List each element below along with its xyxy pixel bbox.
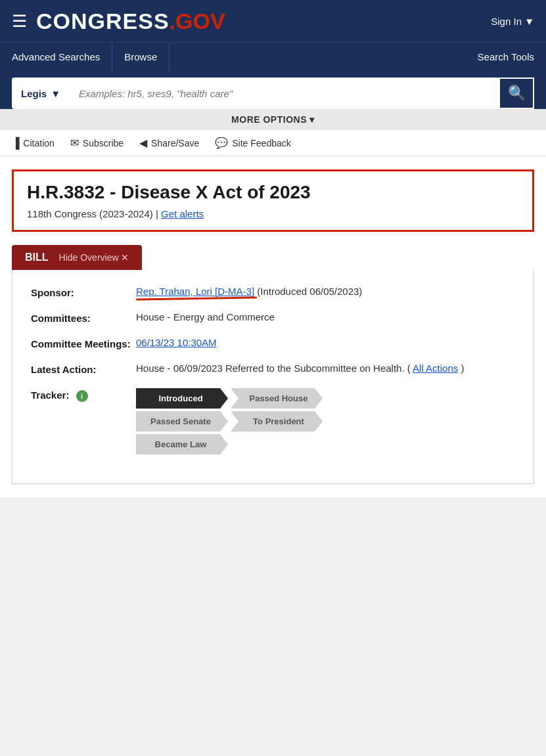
tracker-row-1: Introduced Passed House [136, 388, 515, 409]
tracker-row-2: Passed Senate To President [136, 411, 515, 432]
nav-bar: Advanced Searches Browse Search Tools [0, 42, 546, 71]
committees-value: House - Energy and Commerce [136, 311, 515, 322]
sponsor-link[interactable]: Rep. Trahan, Lori [D-MA-3] [136, 286, 254, 297]
citation-button[interactable]: ▐ Citation [12, 137, 55, 149]
logo: CONGRESS.GOV [36, 9, 491, 34]
sponsor-name-wrapper: Rep. Trahan, Lori [D-MA-3] [136, 286, 257, 297]
hide-overview-button[interactable]: Hide Overview ✕ [59, 252, 129, 263]
bill-subtitle: 118th Congress (2023-2024) | Get alerts [27, 208, 519, 219]
tracker-step-to-president: To President [231, 411, 323, 432]
tracker-step-passed-senate: Passed Senate [136, 411, 228, 432]
logo-dot: . [170, 9, 175, 34]
search-area: Legis ▼ 🔍 [0, 71, 546, 109]
logo-gov: GOV [175, 9, 225, 34]
logo-congress: CONGRESS [36, 9, 170, 34]
bill-tab-area: BILL Hide Overview ✕ [12, 245, 534, 270]
hamburger-icon[interactable]: ☰ [12, 11, 27, 32]
top-header: ☰ CONGRESS.GOV Sign In ▼ [0, 0, 546, 42]
tracker-row-3: Became Law [136, 434, 515, 455]
subscribe-icon: ✉ [70, 137, 79, 149]
bill-title-box: H.R.3832 - Disease X Act of 2023 118th C… [12, 169, 534, 232]
feedback-icon: 💬 [215, 137, 228, 149]
citation-label: Citation [23, 138, 54, 148]
latest-action-row: Latest Action: House - 06/09/2023 Referr… [31, 363, 515, 375]
browse-link[interactable]: Browse [112, 43, 170, 72]
committee-meetings-row: Committee Meetings: 06/13/23 10:30AM [31, 337, 515, 349]
latest-action-text: House - 06/09/2023 Referred to the Subco… [136, 363, 411, 374]
more-options-bar: MORE OPTIONS ▾ [0, 109, 546, 130]
tracker-info-icon[interactable]: i [76, 390, 88, 402]
search-button[interactable]: 🔍 [499, 78, 534, 109]
citation-icon: ▐ [12, 137, 19, 149]
committee-meetings-label: Committee Meetings: [31, 337, 136, 349]
latest-action-value: House - 06/09/2023 Referred to the Subco… [136, 363, 515, 374]
share-icon: ◀ [139, 137, 147, 149]
tracker-row: Tracker: i Introduced Passed House Passe… [31, 388, 515, 455]
subscribe-button[interactable]: ✉ Subscribe [70, 137, 124, 149]
committee-meeting-link[interactable]: 06/13/23 10:30AM [136, 337, 217, 348]
latest-action-close: ) [461, 363, 464, 374]
all-actions-link[interactable]: All Actions [413, 363, 458, 374]
search-tools-link[interactable]: Search Tools [478, 51, 534, 62]
tracker-label: Tracker: i [31, 388, 136, 402]
sign-in-button[interactable]: Sign In ▼ [491, 16, 534, 27]
tab-bill-label: BILL [25, 252, 49, 263]
share-save-button[interactable]: ◀ Share/Save [139, 137, 199, 149]
tracker-step-passed-house: Passed House [231, 388, 323, 409]
overview-panel: Sponsor: Rep. Trahan, Lori [D-MA-3] (Int… [12, 270, 534, 484]
site-feedback-label: Site Feedback [232, 138, 291, 148]
tracker-step-introduced: Introduced [136, 388, 228, 409]
search-type-label: Legis [21, 88, 47, 99]
chevron-down-icon: ▼ [51, 88, 60, 99]
tracker-container: Introduced Passed House Passed Senate To… [136, 388, 515, 455]
more-options-button[interactable]: MORE OPTIONS ▾ [231, 114, 315, 125]
congress-label: 118th Congress (2023-2024) | [27, 208, 158, 219]
tracker-value: Introduced Passed House Passed Senate To… [136, 388, 515, 455]
committees-label: Committees: [31, 311, 136, 324]
search-input[interactable] [70, 78, 499, 109]
site-feedback-button[interactable]: 💬 Site Feedback [215, 137, 291, 149]
committee-meetings-value: 06/13/23 10:30AM [136, 337, 515, 348]
get-alerts-link[interactable]: Get alerts [161, 208, 204, 219]
tracker-step-became-law: Became Law [136, 434, 228, 455]
search-icon: 🔍 [508, 85, 526, 102]
sponsor-intro: (Introduced 06/05/2023) [257, 286, 362, 297]
search-type-button[interactable]: Legis ▼ [12, 78, 70, 109]
share-save-label: Share/Save [151, 138, 199, 148]
bill-tab[interactable]: BILL Hide Overview ✕ [12, 245, 142, 270]
committees-row: Committees: House - Energy and Commerce [31, 311, 515, 324]
sponsor-value: Rep. Trahan, Lori [D-MA-3] (Introduced 0… [136, 286, 515, 297]
main-content: H.R.3832 - Disease X Act of 2023 118th C… [0, 156, 546, 497]
sponsor-label: Sponsor: [31, 286, 136, 298]
subscribe-label: Subscribe [83, 138, 124, 148]
latest-action-label: Latest Action: [31, 363, 136, 375]
advanced-searches-link[interactable]: Advanced Searches [12, 43, 112, 72]
bill-title: H.R.3832 - Disease X Act of 2023 [27, 182, 519, 203]
nav-links: Advanced Searches Browse [12, 43, 170, 72]
action-toolbar: ▐ Citation ✉ Subscribe ◀ Share/Save 💬 Si… [0, 130, 546, 156]
sponsor-row: Sponsor: Rep. Trahan, Lori [D-MA-3] (Int… [31, 286, 515, 298]
